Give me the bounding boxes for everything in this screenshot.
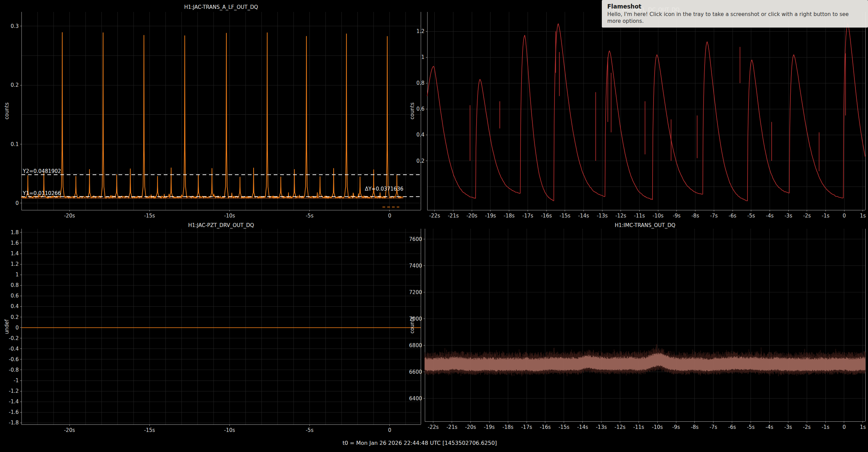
x-tick-label: -20s [64,213,75,219]
y-tick-label: 0 [15,200,19,206]
x-tick-label: 0 [842,424,846,430]
x-tick-label: 0 [388,213,391,219]
y-tick-label: 0.6 [11,293,19,299]
trace-imc-refl [427,24,865,201]
y-tick-label: 0.3 [11,23,19,29]
flameshot-notification[interactable]: Flameshot Hello, I'm here! Click icon in… [602,0,868,28]
notification-body: Hello, I'm here! Click icon in the tray … [607,11,863,25]
x-tick-label: 1s [860,424,866,430]
y-tick-label: 1.6 [11,240,19,246]
x-tick-label: -3s [785,213,792,219]
x-tick-label: -17s [521,424,532,430]
x-tick-label: -9s [672,424,680,430]
x-tick-label: 1s [860,213,866,219]
y-axis-label-imc-refl: counts [409,12,416,210]
plot-title-imc-trans: H1:IMC-TRANS_OUT_DQ [425,222,865,228]
x-tick-label: -21s [446,424,457,430]
plot-jac_pzt[interactable]: -20s-15s-10s-5s01.81.61.41.210.80.60.40.… [9,229,421,433]
x-tick-label: -4s [766,424,773,430]
y-tick-label: 1.8 [11,229,19,236]
ndscope-window: -20s-15s-10s-5s000.10.20.3-22s-21s-20s-1… [0,0,868,452]
y-axis-label-jac-pzt: undef [3,229,10,425]
x-tick-label: -1s [822,213,830,219]
grid [21,229,421,424]
x-tick-label: -9s [673,213,681,219]
x-tick-label: -18s [502,424,513,430]
y-tick-label: 1 [15,272,19,278]
y-tick-label: 1.4 [11,251,19,257]
plot-title-jac-trans: H1:JAC-TRANS_A_LF_OUT_DQ [21,4,421,10]
x-tick-label: -18s [504,213,515,219]
x-tick-label: -10s [224,427,235,433]
y-tick-label: 1 [421,54,424,60]
x-tick-label: -5s [747,213,755,219]
y-axis-label-imc-trans: counts [409,229,416,421]
x-tick-label: -10s [653,213,663,219]
x-tick-label: -20s [465,424,476,430]
y-tick-label: -0.8 [9,367,19,373]
y-tick-label: 1.2 [11,261,19,267]
x-tick-label: -19s [484,424,495,430]
y-tick-label: -1.6 [9,409,19,415]
x-tick-label: -4s [766,213,774,219]
x-tick-label: -14s [577,424,588,430]
x-tick-label: 0 [388,427,391,433]
x-tick-label: -6s [728,424,736,430]
y-tick-label: 0.6 [416,106,424,112]
x-tick-label: -12s [614,424,625,430]
x-tick-label: -11s [633,424,644,430]
x-tick-label: -10s [652,424,663,430]
x-tick-label: -7s [709,424,717,430]
y-tick-label: -1.4 [9,399,19,405]
plot-imc_refl[interactable]: -22s-21s-20s-19s-18s-17s-16s-15s-14s-13s… [416,12,866,219]
x-tick-label: -2s [803,424,811,430]
y-tick-label: -1.2 [9,388,19,394]
y-tick-label: -1 [14,377,19,384]
x-tick-label: -20s [64,427,75,433]
cursor-label-y1: Y1=0.0110266 [23,190,61,196]
plot-imc_trans[interactable]: -22s-21s-20s-19s-18s-17s-16s-15s-14s-13s… [409,229,866,430]
axes [20,12,421,211]
x-tick-label: -2s [803,213,811,219]
x-tick-label: -6s [729,213,737,219]
x-tick-label: -5s [306,427,314,433]
y-tick-label: -0.4 [9,346,19,352]
y-tick-label: -0.2 [9,335,19,341]
x-tick-label: -14s [578,213,589,219]
x-tick-label: -21s [448,213,459,219]
y-tick-label: 0.4 [11,303,19,309]
y-tick-label: 0.8 [416,80,424,86]
y-tick-label: 0.1 [11,141,19,147]
y-tick-label: -0.6 [9,356,19,362]
y-tick-label: 0 [15,325,19,331]
y-tick-label: 0.2 [11,314,19,320]
axes [426,12,865,211]
x-tick-label: -19s [485,213,496,219]
x-tick-label: -8s [691,213,699,219]
x-tick-label: -13s [596,424,607,430]
x-tick-label: -8s [691,424,699,430]
x-tick-label: -20s [466,213,477,219]
axes [20,229,421,426]
t0-status-line: t0 = Mon Jan 26 2026 22:44:48 UTC [14535… [0,440,854,446]
y-tick-label: 0.4 [416,132,424,138]
grid [427,12,865,210]
x-tick-label: -17s [522,213,533,219]
y-axis-label-jac-trans: counts [3,12,10,210]
plot-title-jac-pzt: H1:JAC-PZT_DRV_OUT_DQ [21,222,421,228]
x-tick-label: -16s [541,213,552,219]
x-tick-label: -15s [559,424,569,430]
y-tick-label: 0.2 [11,82,19,88]
x-tick-label: -1s [822,424,830,430]
y-tick-label: 1.2 [416,28,424,34]
y-tick-label: 0.2 [416,158,424,164]
x-tick-label: -13s [597,213,608,219]
y-tick-label: 0.8 [11,282,19,288]
cursor-label-y2: Y2=0.0481902 [23,168,61,174]
x-tick-label: -16s [540,424,551,430]
x-tick-label: -15s [144,213,155,219]
x-tick-label: -15s [144,427,155,433]
x-tick-label: -22s [428,424,439,430]
grid [21,12,421,210]
glitch-spikes [470,31,846,171]
